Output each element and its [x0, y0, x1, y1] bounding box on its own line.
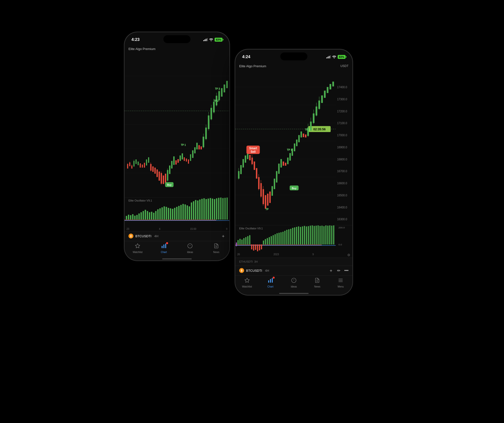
nav-label-chart-left: Chart [161, 251, 167, 254]
nav-chart-left[interactable]: Chart [151, 243, 177, 254]
nav-chart-right[interactable]: Chart [259, 278, 282, 288]
svg-rect-251 [292, 228, 293, 244]
svg-text:16400.0: 16400.0 [337, 205, 347, 209]
svg-text:16600.0: 16600.0 [337, 181, 347, 185]
svg-rect-215 [330, 84, 331, 89]
watchlist-icon-left [135, 243, 140, 250]
svg-rect-97 [172, 209, 173, 220]
bottom-nav-left: Watchlist Chart [125, 241, 229, 258]
svg-text:Sell: Sell [251, 150, 255, 153]
svg-rect-30 [163, 175, 164, 184]
svg-rect-100 [178, 206, 179, 220]
btc-icon-right: ₿ [239, 268, 244, 273]
nav-news-right[interactable]: News [306, 278, 329, 288]
svg-rect-213 [324, 90, 326, 98]
svg-rect-105 [189, 206, 190, 220]
add-button-right[interactable]: ＋ [329, 268, 333, 273]
ticker-actions-right: ＋ ✏ ••• [329, 268, 348, 273]
svg-rect-19 [144, 163, 145, 168]
svg-rect-111 [201, 199, 203, 219]
wifi-icon-left [209, 38, 213, 41]
svg-rect-107 [193, 201, 194, 219]
home-indicator-left [125, 258, 229, 260]
svg-rect-85 [147, 211, 148, 220]
svg-rect-214 [327, 87, 329, 93]
svg-rect-250 [290, 229, 291, 244]
svg-rect-126 [163, 244, 164, 248]
svg-rect-110 [199, 199, 201, 219]
svg-rect-31 [165, 173, 166, 183]
svg-rect-51 [201, 146, 202, 149]
svg-rect-69 [221, 88, 222, 96]
timeframe-left: 4H [154, 234, 158, 238]
scene: 4:23 83% [104, 17, 400, 406]
time-bar-right: 26 2023 9 ⚙ [235, 252, 352, 258]
oscillator-title-right: Elite Oscillator V9.1 [239, 227, 263, 230]
svg-text:17300.0: 17300.0 [337, 97, 347, 101]
svg-text:0.0: 0.0 [338, 243, 342, 246]
svg-rect-236 [263, 240, 264, 244]
svg-rect-37 [171, 161, 173, 169]
edit-button-right[interactable]: ✏ [337, 268, 340, 273]
svg-text:17400.0: 17400.0 [337, 85, 347, 88]
nav-label-watchlist-right: Watchlist [242, 285, 252, 288]
add-button-left[interactable]: ＋ [221, 233, 225, 239]
time-label-r3: 9 [312, 253, 314, 257]
svg-rect-253 [296, 227, 297, 244]
chart-svg-right: 17400.0 17300.0 17200.0 17100.0 17000.0 … [235, 69, 352, 225]
battery-right: 83% [338, 55, 346, 59]
news-icon-left [214, 243, 219, 250]
news-icon-right [315, 278, 320, 285]
svg-rect-265 [319, 226, 321, 244]
more-button-right[interactable]: ••• [344, 268, 348, 273]
nav-menu-right[interactable]: Menu [329, 278, 352, 288]
svg-rect-75 [126, 216, 127, 220]
secondary-ticker-text-right: ETHUSDTI 3H [239, 260, 258, 263]
settings-icon-right[interactable]: ⚙ [347, 253, 350, 257]
svg-rect-15 [136, 159, 137, 164]
svg-rect-198 [300, 131, 302, 137]
svg-rect-16 [138, 161, 139, 165]
svg-text:Buy: Buy [167, 183, 172, 186]
nav-label-watchlist-left: Watchlist [133, 251, 142, 254]
screen-right: 4:24 83% [235, 50, 352, 295]
svg-rect-225 [241, 239, 243, 244]
nav-news-left[interactable]: News [203, 243, 230, 254]
svg-text:TP 1: TP 1 [287, 148, 292, 151]
time-left: 4:23 [131, 37, 140, 42]
svg-rect-248 [286, 230, 287, 244]
svg-rect-269 [327, 225, 329, 244]
svg-rect-254 [298, 226, 299, 244]
svg-text:17100.0: 17100.0 [337, 121, 347, 124]
svg-rect-160 [240, 165, 242, 174]
signal-icon-right [326, 55, 331, 58]
ideas-icon-right [291, 278, 297, 285]
time-label-4: 9 [226, 228, 227, 230]
svg-rect-243 [277, 233, 278, 244]
svg-rect-196 [296, 139, 298, 146]
svg-rect-233 [257, 244, 258, 251]
svg-text:02:35:56: 02:35:56 [313, 127, 326, 131]
svg-rect-98 [174, 208, 175, 220]
svg-rect-112 [204, 198, 205, 219]
nav-watchlist-right[interactable]: Watchlist [235, 278, 259, 288]
watchlist-icon-right [244, 278, 250, 285]
svg-rect-232 [255, 244, 256, 250]
svg-rect-190 [289, 153, 291, 160]
nav-label-news-right: News [314, 285, 320, 288]
nav-ideas-left[interactable]: Ideas [177, 243, 203, 254]
bottom-nav-right: Watchlist Chart [235, 275, 352, 293]
svg-rect-262 [314, 226, 315, 244]
svg-rect-188 [285, 163, 286, 166]
svg-rect-84 [145, 210, 146, 220]
nav-watchlist-left[interactable]: Watchlist [125, 243, 151, 254]
nav-label-news-left: News [213, 251, 219, 254]
svg-rect-39 [175, 160, 177, 164]
svg-rect-96 [170, 208, 171, 220]
nav-ideas-right[interactable]: Ideas [282, 278, 305, 288]
svg-rect-178 [265, 195, 266, 209]
svg-text:200.0: 200.0 [338, 226, 345, 229]
svg-text:Buy: Buy [292, 186, 297, 189]
secondary-ticker-right: ETHUSDTI 3H [235, 258, 352, 266]
svg-rect-77 [130, 215, 131, 220]
